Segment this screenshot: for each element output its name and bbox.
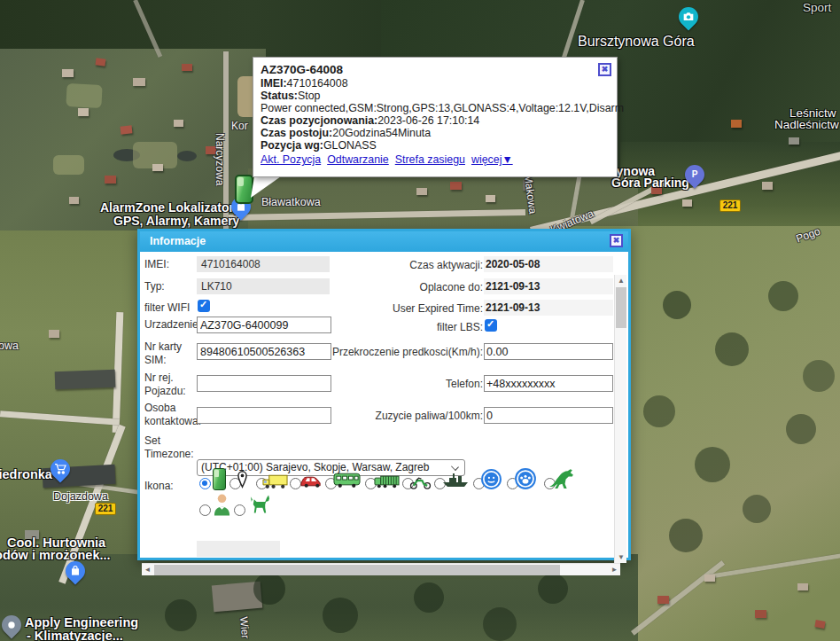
position-time-label: Czas pozycjonowania:: [261, 114, 377, 127]
scroll-down-arrow-icon[interactable]: [615, 551, 627, 563]
nr-karty-sim-label: Nr karty SIM:: [144, 340, 198, 367]
house: [174, 120, 183, 127]
device-state-line: Power connected,GSM:Strong,GPS:13,GLONAS…: [261, 102, 624, 114]
dialog-titlebar[interactable]: Informacje: [140, 231, 628, 252]
przekroczenie-label: Przekroczenie predkosci(Km/h):: [261, 346, 483, 358]
przekroczenie-input[interactable]: [484, 343, 613, 360]
road-badge-221: 221: [719, 199, 741, 212]
tracker-icon[interactable]: [213, 468, 226, 490]
position-time-value: 2023-06-26 17:10:14: [377, 114, 479, 127]
oplacone-value: 2121-09-13: [484, 278, 613, 294]
icon-radio-dog[interactable]: [234, 504, 245, 516]
house: [731, 120, 742, 128]
house: [78, 108, 89, 116]
poi-label-alarmzone-line2: GPS, Alarmy, Kamery: [113, 214, 239, 228]
garden-patch: [66, 83, 102, 108]
dialog-body: IMEI: 4710164008 Typ: LK710 filter WIFI …: [140, 252, 628, 558]
house: [814, 620, 825, 629]
link-playback[interactable]: Odtwarzanie: [327, 153, 389, 166]
shopping-cart-icon: [53, 462, 67, 476]
icon-radio-tracker[interactable]: [199, 478, 211, 489]
poi-label-biedronka: Biedronka: [0, 467, 52, 481]
urzadzenie-label: Urzadzenie:: [144, 318, 198, 332]
filter-lbs-label: filter LBS:: [261, 321, 483, 333]
house: [797, 583, 808, 590]
house: [682, 199, 692, 207]
device-info-popup: AZ370G-64008 IMEI:4710164008 Status:Stop…: [253, 57, 618, 177]
user-expired-label: User Expired Time:: [261, 302, 483, 315]
dog-icon[interactable]: [248, 492, 270, 515]
timezone-selected-option: (UTC+01:00) Sarajevo, Skopje, Warsaw, Za…: [201, 461, 429, 473]
link-more[interactable]: więcej▼: [471, 153, 513, 166]
street-label-kor: Kor: [231, 120, 248, 132]
horse-icon[interactable]: [548, 466, 578, 489]
house: [133, 78, 145, 86]
house: [450, 182, 462, 190]
svg-text:P: P: [692, 169, 698, 179]
filter-lbs-checkbox[interactable]: [485, 319, 497, 332]
filter-wifi-checkbox[interactable]: [198, 300, 210, 312]
imei-value: 4710164008: [287, 77, 348, 90]
pin-icon[interactable]: [237, 470, 247, 489]
shopping-bag-icon: [68, 564, 82, 578]
person-icon[interactable]: [213, 493, 231, 516]
street-label-narcyzowa: Narcyzowa: [214, 133, 226, 185]
house: [789, 137, 799, 145]
building: [212, 582, 262, 613]
popup-close-icon[interactable]: [598, 63, 611, 76]
link-current-position[interactable]: Akt. Pozycja: [261, 153, 321, 166]
timezone-label: Set Timezone:: [144, 434, 198, 461]
position-by-label: Pozycja wg:: [261, 139, 323, 152]
telefon-label: Telefon:: [261, 378, 483, 390]
poi-label-alarmzone-line1: AlarmZone Lokalizatory: [100, 200, 241, 215]
house: [49, 330, 59, 338]
poi-label-sport: Sport: [803, 1, 831, 14]
stop-time-label: Czas postoju:: [261, 127, 332, 139]
tree-clumps: [0, 0, 14, 14]
poi-label-bursztynowa-gora: Bursztynowa Góra: [578, 34, 695, 50]
street-label-wierzbowa: Wier: [237, 616, 252, 639]
horizontal-scrollbar[interactable]: [142, 563, 620, 575]
house: [762, 182, 773, 190]
tracked-device-marker[interactable]: [235, 175, 253, 204]
status-value: Stop: [298, 90, 321, 102]
scroll-up-arrow-icon[interactable]: [615, 275, 627, 286]
house: [704, 575, 715, 582]
vertical-scrollbar[interactable]: [614, 275, 626, 563]
motorcycle-icon[interactable]: [409, 475, 432, 489]
dialog-close-icon[interactable]: [610, 234, 623, 247]
icon-radio-person[interactable]: [199, 504, 211, 516]
scroll-right-arrow-icon[interactable]: [609, 564, 620, 576]
imei-field-label: IMEI:: [144, 258, 198, 271]
face-badge-icon[interactable]: [480, 468, 502, 490]
stop-time-value: 20Godzina54Minuta: [332, 127, 431, 139]
car-icon[interactable]: [299, 475, 323, 488]
garden-patch: [53, 155, 84, 175]
cargo-truck-icon[interactable]: [374, 474, 400, 489]
scroll-left-arrow-icon[interactable]: [142, 564, 153, 576]
truck-icon[interactable]: [262, 473, 288, 489]
icon-preview-area: [197, 541, 280, 557]
poi-label-cool-line2: lodów i mrożonek...: [0, 548, 111, 562]
zuzycie-label: Zuzycie paliwa/100km:: [261, 410, 483, 422]
ship-icon[interactable]: [442, 473, 469, 488]
chevron-down-icon: [451, 463, 459, 471]
road-badge-221: 221: [95, 503, 116, 515]
paw-badge-icon[interactable]: [514, 467, 537, 490]
house: [69, 197, 79, 204]
nr-rej-label: Nr rej. Pojazdu:: [144, 371, 198, 398]
zuzycie-input[interactable]: [484, 407, 613, 424]
informacje-dialog: Informacje IMEI: 4710164008 Typ: LK710 f…: [137, 229, 631, 560]
dot-icon: [4, 618, 19, 632]
link-geofence[interactable]: Strefa zasiegu: [395, 153, 465, 166]
bus-icon[interactable]: [333, 473, 361, 489]
poi-label-apply-line2: - Klimatyzacje...: [27, 629, 123, 641]
vertical-scroll-thumb[interactable]: [616, 287, 626, 328]
horizontal-scroll-thumb[interactable]: [154, 565, 560, 575]
house: [62, 69, 74, 77]
house: [755, 610, 766, 618]
user-expired-value: 2121-09-13: [484, 300, 613, 316]
house: [182, 64, 192, 71]
typ-field-label: Typ:: [144, 280, 198, 293]
telefon-input[interactable]: [484, 375, 613, 392]
